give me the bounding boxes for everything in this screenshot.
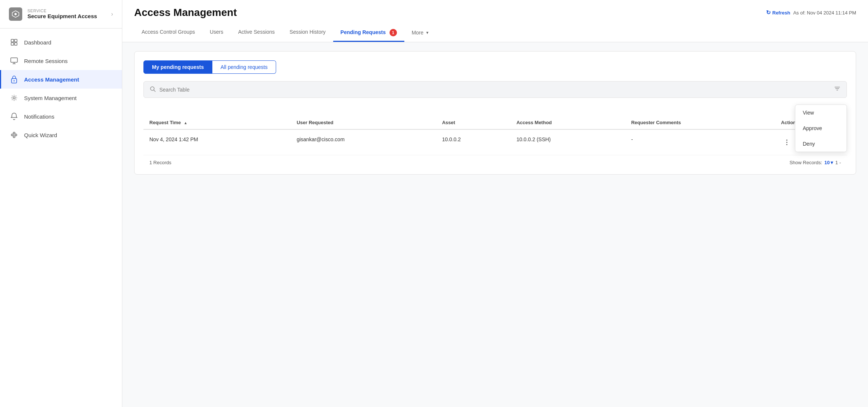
filter-icon[interactable]: [834, 85, 841, 94]
settings-row: [143, 104, 847, 113]
all-pending-requests-button[interactable]: All pending requests: [212, 60, 276, 74]
quick-wizard-icon: [10, 131, 18, 139]
sidebar-nav: Dashboard Remote Sessions: [0, 29, 122, 407]
sidebar-item-notifications-label: Notifications: [24, 113, 54, 120]
data-table: Request Time ▲ User Requested Asset Acce…: [143, 116, 847, 155]
service-selector[interactable]: Service Secure Equipment Access ›: [0, 0, 122, 29]
sidebar-item-dashboard-label: Dashboard: [24, 39, 51, 46]
sidebar-item-dashboard[interactable]: Dashboard: [0, 33, 122, 52]
chevron-right-icon: ›: [111, 11, 113, 17]
svg-rect-5: [14, 43, 17, 45]
records-per-page-selector[interactable]: 10 ▾: [824, 160, 833, 165]
svg-rect-3: [14, 39, 17, 42]
dropdown-item-approve[interactable]: Approve: [795, 120, 847, 136]
search-input[interactable]: [159, 87, 830, 93]
sidebar-item-quick-wizard[interactable]: Quick Wizard: [0, 126, 122, 144]
sidebar-item-system-management-label: System Management: [24, 95, 77, 101]
sort-icon: ▲: [184, 121, 188, 125]
cell-access-method: 10.0.0.2 (SSH): [510, 129, 625, 155]
search-bar: [143, 81, 847, 98]
cell-request-time: Nov 4, 2024 1:42 PM: [143, 129, 291, 155]
col-requester-comments[interactable]: Requester Comments: [625, 116, 775, 129]
service-name: Secure Equipment Access: [27, 13, 97, 20]
service-label: Service: [27, 9, 97, 13]
tabs: Access Control Groups Users Active Sessi…: [134, 24, 856, 42]
search-icon: [150, 86, 156, 93]
my-pending-requests-button[interactable]: My pending requests: [143, 60, 212, 74]
svg-line-21: [154, 90, 155, 92]
main-header: Access Management ↻ Refresh As of: Nov 0…: [122, 0, 868, 42]
content-area: My pending requests All pending requests: [122, 42, 868, 407]
sidebar-item-quick-wizard-label: Quick Wizard: [24, 132, 57, 138]
chevron-down-icon: ▾: [426, 30, 428, 35]
row-actions-button[interactable]: [781, 136, 793, 148]
show-records: Show Records: 10 ▾ 1 -: [789, 160, 841, 165]
system-management-icon: [10, 94, 18, 102]
records-count: 1 Records: [149, 160, 171, 165]
cell-asset: 10.0.0.2: [436, 129, 511, 155]
col-user-requested[interactable]: User Requested: [291, 116, 436, 129]
col-access-method[interactable]: Access Method: [510, 116, 625, 129]
sidebar-item-system-management[interactable]: System Management: [0, 89, 122, 107]
access-management-icon: [10, 75, 18, 83]
svg-rect-2: [11, 39, 14, 42]
sidebar-item-notifications[interactable]: Notifications: [0, 107, 122, 126]
remote-sessions-icon: [10, 57, 18, 65]
toggle-buttons: My pending requests All pending requests: [143, 60, 847, 74]
col-request-time[interactable]: Request Time ▲: [143, 116, 291, 129]
svg-line-16: [13, 134, 14, 135]
svg-rect-6: [11, 58, 17, 62]
refresh-button[interactable]: ↻ Refresh: [766, 9, 790, 16]
svg-line-19: [15, 136, 16, 136]
svg-point-10: [14, 80, 15, 82]
sidebar-item-remote-sessions-label: Remote Sessions: [24, 58, 68, 64]
dashboard-icon: [10, 38, 18, 46]
content-card: My pending requests All pending requests: [134, 51, 856, 175]
cell-user-requested: gisankar@cisco.com: [291, 129, 436, 155]
refresh-area: ↻ Refresh As of: Nov 04 2024 11:14 PM: [766, 9, 856, 16]
sidebar-item-access-management[interactable]: Access Management: [0, 70, 122, 89]
main-content: Access Management ↻ Refresh As of: Nov 0…: [122, 0, 868, 407]
cell-requester-comments: -: [625, 129, 775, 155]
sidebar: Service Secure Equipment Access › Dashbo…: [0, 0, 122, 407]
notifications-icon: [10, 112, 18, 120]
svg-point-26: [786, 140, 788, 141]
tab-session-history[interactable]: Session History: [282, 24, 333, 42]
table-footer: 1 Records Show Records: 10 ▾ 1 -: [143, 155, 847, 165]
tab-access-control-groups[interactable]: Access Control Groups: [134, 24, 202, 42]
dropdown-item-view[interactable]: View: [795, 105, 847, 120]
sidebar-item-remote-sessions[interactable]: Remote Sessions: [0, 52, 122, 70]
refresh-icon: ↻: [766, 9, 771, 16]
as-of-timestamp: As of: Nov 04 2024 11:14 PM: [793, 10, 856, 16]
actions-dropdown-menu: View Approve Deny: [795, 105, 847, 152]
svg-line-18: [13, 136, 14, 136]
service-icon: [9, 7, 22, 21]
dropdown-item-deny[interactable]: Deny: [795, 136, 847, 152]
tab-users[interactable]: Users: [202, 24, 231, 42]
col-asset[interactable]: Asset: [436, 116, 511, 129]
table-row: Nov 4, 2024 1:42 PM gisankar@cisco.com 1…: [143, 129, 847, 155]
tab-more[interactable]: More ▾: [404, 24, 436, 42]
tab-pending-requests[interactable]: Pending Requests 1: [333, 24, 404, 42]
svg-point-28: [786, 144, 788, 145]
svg-point-13: [13, 132, 15, 134]
svg-rect-4: [11, 43, 14, 45]
svg-point-11: [13, 97, 15, 99]
sidebar-item-access-management-label: Access Management: [24, 76, 79, 83]
svg-point-1: [14, 13, 17, 15]
tab-active-sessions[interactable]: Active Sessions: [231, 24, 282, 42]
svg-point-27: [786, 142, 788, 143]
svg-line-17: [15, 134, 16, 135]
dropdown-chevron-icon: ▾: [831, 160, 833, 165]
svg-point-12: [11, 134, 13, 136]
pending-requests-badge: 1: [390, 29, 397, 36]
page-title: Access Management: [134, 7, 237, 19]
